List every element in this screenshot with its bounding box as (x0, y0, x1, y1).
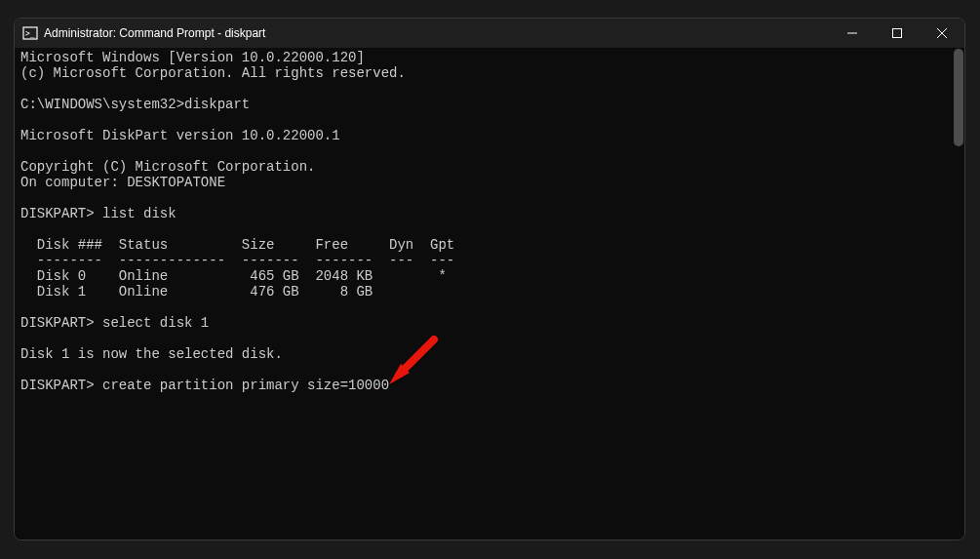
output-line: Microsoft Windows [Version 10.0.22000.12… (20, 50, 365, 65)
cmd-icon: >_ (22, 25, 38, 41)
table-row: Disk 1 Online 476 GB 8 GB (20, 284, 372, 299)
output-line: (c) Microsoft Corporation. All rights re… (20, 65, 406, 81)
minimize-button[interactable] (830, 19, 875, 48)
table-row: Disk 0 Online 465 GB 2048 KB * (20, 268, 447, 284)
output-line: Disk 1 is now the selected disk. (20, 346, 283, 362)
maximize-button[interactable] (875, 19, 920, 48)
output-line: DISKPART> list disk (20, 206, 176, 221)
output-line: DISKPART> select disk 1 (20, 315, 209, 331)
close-button[interactable] (920, 19, 964, 48)
scrollbar-thumb[interactable] (954, 49, 963, 146)
output-line: C:\WINDOWS\system32>diskpart (20, 97, 250, 112)
output-line: Microsoft DiskPart version 10.0.22000.1 (20, 128, 340, 143)
terminal-output[interactable]: Microsoft Windows [Version 10.0.22000.12… (15, 48, 964, 539)
table-divider: -------- ------------- ------- ------- -… (20, 253, 454, 268)
output-line: DISKPART> create partition primary size=… (20, 378, 389, 393)
table-header: Disk ### Status Size Free Dyn Gpt (20, 237, 454, 253)
output-line: Copyright (C) Microsoft Corporation. (20, 159, 315, 175)
svg-text:>_: >_ (25, 29, 35, 38)
output-line: On computer: DESKTOPATONE (20, 175, 225, 190)
window-controls (830, 19, 964, 48)
svg-rect-3 (893, 29, 902, 38)
window-title: Administrator: Command Prompt - diskpart (44, 26, 265, 40)
titlebar[interactable]: >_ Administrator: Command Prompt - diskp… (15, 19, 964, 48)
command-prompt-window: >_ Administrator: Command Prompt - diskp… (14, 18, 965, 540)
